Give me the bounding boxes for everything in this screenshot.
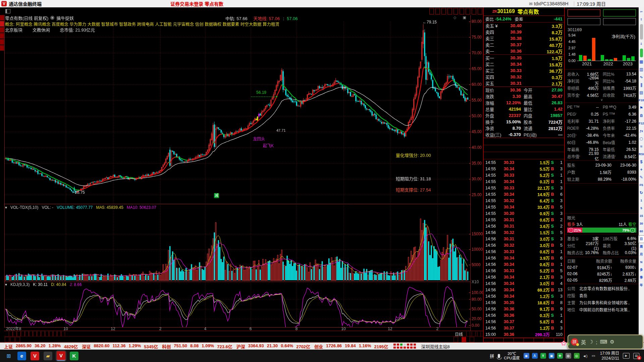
period-n[interactable]: N: [639, 258, 644, 266]
trend-line-icon[interactable]: ∿: [639, 73, 644, 81]
detail-tab[interactable]: [484, 338, 494, 342]
back-arrow[interactable]: ⇦: [639, 8, 644, 16]
mic-icon[interactable]: [498, 354, 500, 358]
indicator-tab[interactable]: [53, 331, 57, 336]
move-icon[interactable]: +: [639, 166, 644, 174]
server-name[interactable]: 深圳双线主站8: [421, 343, 449, 350]
detail-tab[interactable]: [504, 338, 514, 342]
scrollbar-thumb-green[interactable]: [640, 49, 643, 57]
down-arrow[interactable]: ⇩: [639, 40, 644, 48]
quote-grid-icon[interactable]: ▦: [639, 58, 644, 66]
sidebar-tab[interactable]: [0, 15, 4, 20]
indicator-tab[interactable]: [17, 331, 21, 336]
wave-icon[interactable]: ≈: [639, 143, 644, 150]
period-5[interactable]: 5: [639, 204, 644, 212]
money-icon[interactable]: $: [639, 158, 644, 166]
indicator-tab[interactable]: [49, 331, 53, 336]
extension-tab[interactable]: [15, 337, 20, 342]
formula-icon[interactable]: ƒx: [639, 127, 644, 135]
rsi-icon[interactable]: RSI: [639, 150, 644, 158]
indicator-tab[interactable]: [57, 331, 61, 336]
volume-icon[interactable]: ◄): [582, 353, 588, 359]
refresh-icon[interactable]: ↻: [639, 189, 644, 197]
mail-icon[interactable]: ✉: [529, 1, 533, 6]
scrollbar-thumb[interactable]: [640, 24, 643, 40]
period-multi[interactable]: 多: [639, 266, 644, 274]
period-15[interactable]: 15: [639, 212, 644, 220]
indicator-tab[interactable]: [13, 331, 17, 336]
tdx-launcher-icon[interactable]: V: [31, 352, 39, 360]
indicator-tab[interactable]: [61, 331, 65, 336]
sidebar-tab[interactable]: [0, 33, 4, 39]
indicator-tab[interactable]: [37, 331, 41, 336]
finance-tray-icon[interactable]: ¥: [540, 353, 546, 359]
toolbar-button[interactable]: [466, 8, 470, 14]
news-item[interactable]: [565, 205, 639, 213]
period-quarter[interactable]: 季: [639, 274, 644, 282]
sidebar-tab[interactable]: [0, 21, 4, 26]
index-quote[interactable]: 上证2865.9036.20 1.28%4829亿: [4, 343, 78, 350]
bid-row[interactable]: 买四30.320.3万: [484, 74, 564, 80]
detail-tab[interactable]: [514, 338, 524, 342]
ask-row[interactable]: 卖四30.398.2万: [484, 29, 564, 35]
security-tray-icon[interactable]: ✚: [557, 353, 563, 359]
f12-icon[interactable]: F12: [639, 120, 644, 127]
news-doc-icon[interactable]: ▤: [639, 89, 644, 97]
index-quote[interactable]: 沪深3364.9321.30 0.64%2702亿: [236, 343, 310, 350]
nvidia-tray-icon[interactable]: ◎: [574, 353, 580, 359]
flag-icon[interactable]: ⚑: [639, 104, 644, 112]
period-month[interactable]: 月: [639, 251, 644, 258]
toolbar-button[interactable]: [429, 8, 434, 14]
ime-punct[interactable]: ;: [596, 339, 597, 345]
template-button[interactable]: [477, 331, 481, 336]
detail-tab[interactable]: [494, 338, 504, 342]
period-year[interactable]: 年: [639, 282, 644, 289]
taskbar-clock[interactable]: 17:09 周日 2024/2/11: [600, 351, 619, 361]
user-tray-icon[interactable]: ◉: [524, 353, 529, 359]
period-60[interactable]: 60: [639, 228, 644, 235]
help-link[interactable]: [470, 337, 474, 342]
ask-row[interactable]: 卖五 ¥30.403.3万: [484, 22, 564, 29]
index-quote[interactable]: 深证8820.60112.36 1.29%5345亿: [82, 343, 158, 350]
period-week[interactable]: 周: [639, 243, 644, 251]
custom-icon[interactable]: 自: [639, 112, 644, 120]
f10-icon[interactable]: F10: [639, 97, 644, 104]
bid-row[interactable]: 买一30.351.5万: [484, 55, 564, 61]
ime-lang[interactable]: 英: [581, 339, 586, 346]
toolbar-button[interactable]: [460, 8, 464, 14]
period-1[interactable]: 1: [639, 197, 644, 204]
indicator-tab[interactable]: [41, 331, 45, 336]
trade-button[interactable]: [568, 9, 600, 16]
template-button[interactable]: [466, 331, 470, 336]
extension-tab[interactable]: [5, 337, 9, 342]
detail-tab[interactable]: [534, 338, 544, 342]
index-quote[interactable]: 创业1726.8619.84 1.16%2195亿: [314, 343, 388, 350]
toolbar-button[interactable]: [472, 8, 476, 14]
split-view-icon[interactable]: [5, 9, 10, 13]
tdx-app-icon[interactable]: V: [57, 351, 65, 361]
sidebar-tab[interactable]: [0, 27, 4, 33]
dish-tray-icon[interactable]: ◍: [566, 353, 571, 359]
bid-row[interactable]: 买三30.3336.7万: [484, 67, 564, 74]
folder-icon[interactable]: ▰: [44, 352, 52, 360]
help-link[interactable]: [462, 337, 466, 342]
indicator-tab[interactable]: [33, 331, 37, 336]
index-quote[interactable]: 科创751.508.08 1.09%723.6亿: [162, 343, 232, 350]
sidebar-tab[interactable]: [0, 39, 4, 45]
ime-logo-icon[interactable]: 拼: [571, 338, 578, 346]
toolbar-button[interactable]: [441, 8, 446, 14]
ask-row[interactable]: 卖一30.36122.4万: [484, 48, 564, 54]
news-item[interactable]: [565, 198, 639, 205]
expand-chevron-icon[interactable]: ∨: [565, 99, 639, 102]
trade-button[interactable]: [603, 18, 636, 25]
help-link[interactable]: [453, 337, 458, 342]
trade-button[interactable]: [568, 18, 600, 25]
main-chart-canvas[interactable]: [4, 15, 483, 331]
ime-mini-icon[interactable]: 拼: [490, 353, 494, 359]
cpu-temp-widget[interactable]: 20℃ CPU温度: [504, 352, 520, 360]
network-icon[interactable]: ▭: [591, 353, 596, 359]
f5-icon[interactable]: F5: [639, 181, 644, 189]
kline-icon[interactable]: ∥: [639, 81, 644, 89]
ime-settings[interactable]: ⚙: [610, 339, 614, 345]
toolbar-button[interactable]: [453, 8, 458, 14]
